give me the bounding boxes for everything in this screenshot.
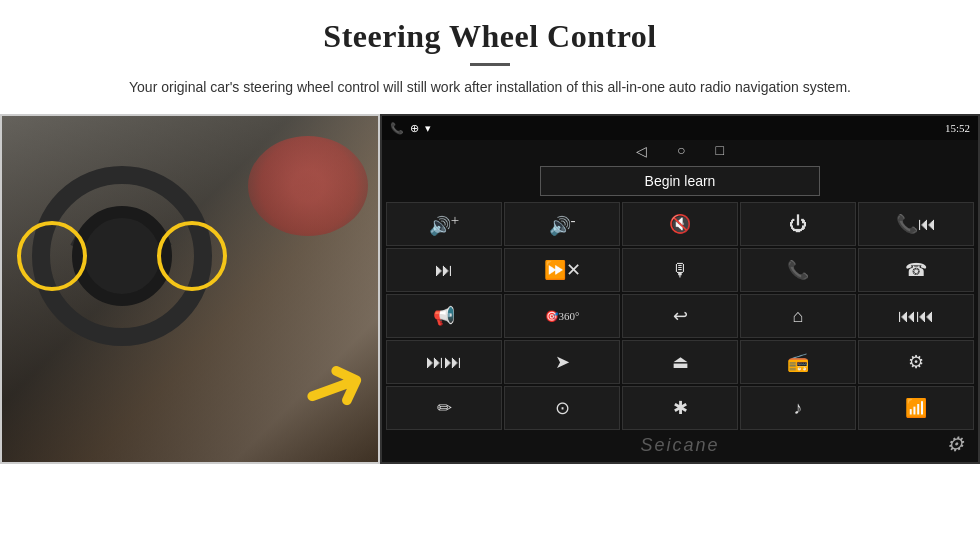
radio-btn[interactable]: 📻 xyxy=(740,340,856,384)
vol-up-icon: 🔊+ xyxy=(429,212,459,237)
watermark-row: Seicane ⚙ xyxy=(386,433,974,458)
icon-grid-container: Begin learn 🔊+ 🔊- 🔇 ⏻ xyxy=(382,162,978,462)
gear-icon[interactable]: ⚙ xyxy=(946,432,966,456)
back-btn[interactable]: ↩ xyxy=(622,294,738,338)
prev-track-btn[interactable]: ⏮⏮ xyxy=(858,294,974,338)
status-icon-phone: 📞 xyxy=(390,122,404,135)
call-btn[interactable]: 📞 xyxy=(740,248,856,292)
subtitle-text: Your original car's steering wheel contr… xyxy=(90,76,890,98)
settings2-icon: ⊙ xyxy=(555,397,570,419)
vol-down-icon: 🔊- xyxy=(549,212,576,237)
camera-360-btn[interactable]: 🎯360° xyxy=(504,294,620,338)
eq-btn[interactable]: ⚙ xyxy=(858,340,974,384)
android-nav-bar: ◁ ○ □ xyxy=(382,140,978,162)
page-title: Steering Wheel Control xyxy=(60,18,920,55)
highlight-circle-left xyxy=(17,221,87,291)
power-icon: ⏻ xyxy=(789,214,807,235)
page-wrapper: Steering Wheel Control Your original car… xyxy=(0,0,980,548)
status-icon-location: ⊕ xyxy=(410,122,419,135)
music-icon: ♪ xyxy=(794,398,803,419)
android-screen: 📞 ⊕ ▾ 15:52 ◁ ○ □ Begin learn xyxy=(380,114,980,464)
highlight-circle-right xyxy=(157,221,227,291)
edit-icon: ✏ xyxy=(437,397,452,419)
speaker-icon: 📢 xyxy=(433,305,455,327)
call-icon: 📞 xyxy=(787,259,809,281)
home-btn[interactable]: ⌂ xyxy=(740,294,856,338)
vol-up-btn[interactable]: 🔊+ xyxy=(386,202,502,246)
status-icon-wifi: ▾ xyxy=(425,122,431,135)
nav-btn-cell[interactable]: ➤ xyxy=(504,340,620,384)
begin-learn-button[interactable]: Begin learn xyxy=(540,166,820,196)
next-track-icon: ⏭ xyxy=(435,260,453,281)
watermark-text: Seicane xyxy=(640,435,719,455)
edit-btn[interactable]: ✏ xyxy=(386,386,502,430)
home-icon: ⌂ xyxy=(793,306,804,327)
prev-track-icon: ⏮⏮ xyxy=(898,306,934,327)
title-divider xyxy=(470,63,510,66)
call-prev-icon: 📞⏮ xyxy=(896,213,936,235)
hang-up-icon: ☎ xyxy=(905,259,927,281)
status-time: 15:52 xyxy=(945,122,970,134)
call-prev-btn[interactable]: 📞⏮ xyxy=(858,202,974,246)
next-track-btn[interactable]: ⏭ xyxy=(386,248,502,292)
bluetooth-icon: ✱ xyxy=(673,397,688,419)
back-icon: ↩ xyxy=(673,305,688,327)
vol-down-btn[interactable]: 🔊- xyxy=(504,202,620,246)
header-section: Steering Wheel Control Your original car… xyxy=(0,0,980,104)
mic-btn[interactable]: 🎙 xyxy=(622,248,738,292)
skip-fwd-icon: ⏭⏭ xyxy=(426,352,462,373)
status-left: 📞 ⊕ ▾ xyxy=(390,122,431,135)
eq-icon: ⚙ xyxy=(908,351,924,373)
nav-home-btn[interactable]: ○ xyxy=(677,143,685,159)
power-btn[interactable]: ⏻ xyxy=(740,202,856,246)
eject-btn[interactable]: ⏏ xyxy=(622,340,738,384)
skip-fwd-btn[interactable]: ⏭⏭ xyxy=(386,340,502,384)
status-bar: 📞 ⊕ ▾ 15:52 xyxy=(382,116,978,140)
radio-icon: 📻 xyxy=(787,351,809,373)
icon-grid: 🔊+ 🔊- 🔇 ⏻ 📞⏮ ⏭ xyxy=(386,202,974,430)
mute-icon: 🔇 xyxy=(669,213,691,235)
nav-arrow-icon: ➤ xyxy=(555,351,570,373)
eject-icon: ⏏ xyxy=(672,351,689,373)
camera-360-icon: 🎯360° xyxy=(545,310,580,323)
mute-btn[interactable]: 🔇 xyxy=(622,202,738,246)
hang-up-btn[interactable]: ☎ xyxy=(858,248,974,292)
settings2-btn[interactable]: ⊙ xyxy=(504,386,620,430)
fast-fwd-btn[interactable]: ⏩✕ xyxy=(504,248,620,292)
status-right: 15:52 xyxy=(945,122,970,134)
content-row: ➜ 📞 ⊕ ▾ 15:52 ◁ ○ □ xyxy=(0,114,980,548)
mic-icon: 🎙 xyxy=(671,260,689,281)
bluetooth-btn[interactable]: ✱ xyxy=(622,386,738,430)
speaker-btn[interactable]: 📢 xyxy=(386,294,502,338)
steering-wheel-photo: ➜ xyxy=(0,114,380,464)
nav-recent-btn[interactable]: □ xyxy=(716,143,724,159)
fast-fwd-icon: ⏩✕ xyxy=(544,259,581,281)
nav-back-btn[interactable]: ◁ xyxy=(636,143,647,160)
begin-learn-row: Begin learn xyxy=(386,166,974,196)
signal-btn[interactable]: 📶 xyxy=(858,386,974,430)
signal-icon: 📶 xyxy=(905,397,927,419)
music-btn[interactable]: ♪ xyxy=(740,386,856,430)
